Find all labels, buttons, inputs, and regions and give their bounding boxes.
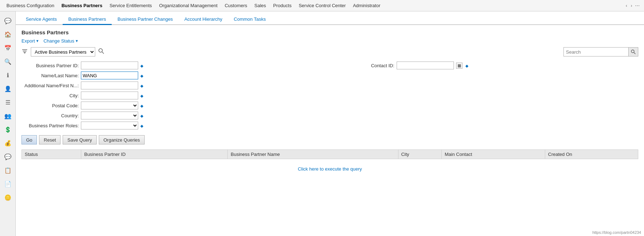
home-icon[interactable]: 🏠 (1, 28, 14, 41)
contact-id-value-help-icon[interactable] (465, 63, 468, 68)
table-icon[interactable]: 📋 (1, 164, 14, 177)
nav-customers[interactable]: Customers (221, 0, 251, 11)
search-button[interactable] (628, 48, 638, 56)
svg-marker-3 (24, 53, 25, 54)
svg-line-7 (634, 53, 636, 54)
name-last-name-row: Name/Last Name: (21, 72, 323, 79)
export-dropdown-icon: ▼ (36, 39, 39, 43)
tab-business-partner-changes[interactable]: Business Partner Changes (112, 14, 179, 25)
business-partner-id-row: Business Partner ID: (21, 62, 323, 69)
col-bp-id: Business Partner ID (81, 150, 228, 159)
message-icon[interactable]: 💬 (1, 150, 14, 163)
tab-service-agents[interactable]: Service Agents (20, 14, 63, 25)
nav-prev-arrow[interactable]: ‹ (624, 3, 629, 9)
business-partner-id-input[interactable] (81, 62, 138, 69)
svg-point-6 (631, 50, 634, 53)
action-buttons: Go Reset Save Query Organize Queries (21, 135, 638, 144)
tab-common-tasks[interactable]: Common Tasks (228, 14, 271, 25)
postal-code-row: Postal Code: (21, 102, 323, 109)
additional-name-row: Additional Name/First N...: (21, 82, 323, 89)
additional-name-value-help-icon[interactable] (140, 83, 143, 88)
change-status-button[interactable]: Change Status ▼ (43, 38, 78, 44)
city-label: City: (21, 93, 79, 98)
list-icon[interactable]: ☰ (1, 96, 14, 109)
nav-next-arrow[interactable]: › (629, 3, 634, 9)
url-bar: https://blog.com/partn04234 (592, 230, 641, 235)
sort-filter-icon[interactable] (21, 49, 28, 55)
name-last-name-label: Name/Last Name: (21, 73, 79, 78)
bp-id-value-help-icon[interactable] (140, 63, 143, 68)
info-icon[interactable]: ℹ (1, 69, 14, 82)
main-layout: 💬 🏠 📅 🔍 ℹ 👤 ☰ 👥 💲 💰 💬 📋 📄 🪙 Service Agen… (0, 11, 644, 236)
calendar-icon[interactable]: 📅 (1, 41, 14, 54)
country-value-help-icon[interactable] (140, 113, 143, 118)
nav-service-control-center[interactable]: Service Control Center (295, 0, 349, 11)
postal-code-label: Postal Code: (21, 103, 79, 108)
contact-id-row: Contact ID: ▦ (337, 62, 639, 69)
chat-icon[interactable]: 💬 (1, 14, 14, 27)
col-main-contact: Main Contact (442, 150, 545, 159)
coin-icon[interactable]: 🪙 (1, 191, 14, 204)
form-right-column: Contact ID: ▦ (337, 62, 639, 129)
organize-queries-button[interactable]: Organize Queries (99, 135, 145, 144)
col-created-on: Created On (545, 150, 638, 159)
col-bp-name: Business Partner Name (228, 150, 398, 159)
nav-sales[interactable]: Sales (251, 0, 270, 11)
postal-code-select[interactable] (81, 102, 138, 109)
doc-icon[interactable]: 📄 (1, 177, 14, 190)
advanced-search-icon[interactable] (98, 48, 105, 56)
export-button[interactable]: Export ▼ (21, 38, 39, 44)
export-label: Export (21, 38, 35, 44)
country-label: Country: (21, 113, 79, 118)
bp-roles-label: Business Partner Roles: (21, 123, 79, 128)
change-status-label: Change Status (43, 38, 74, 44)
money-icon[interactable]: 💰 (1, 137, 14, 149)
nav-arrows: ‹ › (624, 3, 634, 9)
nav-service-entitlements[interactable]: Service Entitlements (106, 0, 156, 11)
group-icon[interactable]: 👥 (1, 109, 14, 122)
search-icon[interactable]: 🔍 (1, 55, 14, 68)
bp-roles-select[interactable] (81, 122, 138, 129)
city-input[interactable] (81, 92, 138, 99)
city-value-help-icon[interactable] (140, 93, 143, 98)
contact-id-copy-icon[interactable]: ▦ (456, 63, 463, 69)
tab-account-hierarchy[interactable]: Account Hierarchy (179, 14, 228, 25)
contact-id-input[interactable] (397, 62, 454, 69)
change-status-dropdown-icon: ▼ (75, 39, 79, 43)
execute-query-row: Click here to execute the query (22, 159, 638, 179)
results-table: Status Business Partner ID Business Part… (21, 149, 638, 179)
query-filter-select[interactable]: Active Business Partners All Business Pa… (31, 47, 95, 56)
additional-name-input[interactable] (81, 82, 138, 89)
nav-more-dots[interactable]: ⋯ (634, 3, 641, 8)
svg-line-5 (102, 52, 104, 54)
nav-organizational-management[interactable]: Organizational Management (155, 0, 221, 11)
person-icon[interactable]: 👤 (1, 82, 14, 95)
tabs-bar: Service Agents Business Partners Busines… (16, 11, 644, 25)
left-sidebar: 💬 🏠 📅 🔍 ℹ 👤 ☰ 👥 💲 💰 💬 📋 📄 🪙 (0, 11, 16, 236)
nav-administrator[interactable]: Administrator (349, 0, 384, 11)
tab-business-partners[interactable]: Business Partners (63, 14, 112, 25)
toolbar: Export ▼ Change Status ▼ (21, 38, 638, 44)
save-query-button[interactable]: Save Query (63, 135, 97, 144)
col-city: City (398, 150, 442, 159)
bp-roles-value-help-icon[interactable] (140, 123, 143, 128)
nav-business-configuration[interactable]: Business Configuration (3, 0, 58, 11)
go-button[interactable]: Go (21, 135, 37, 144)
dollar-icon[interactable]: 💲 (1, 123, 14, 136)
form-left-column: Business Partner ID: Name/Last Name: Add… (21, 62, 323, 129)
nav-business-partners[interactable]: Business Partners (58, 0, 106, 11)
search-form: Business Partner ID: Name/Last Name: Add… (21, 62, 638, 129)
search-input[interactable] (564, 48, 628, 56)
postal-code-value-help-icon[interactable] (140, 103, 143, 108)
business-partner-id-label: Business Partner ID: (21, 63, 79, 68)
reset-button[interactable]: Reset (39, 135, 60, 144)
content-area: Service Agents Business Partners Busines… (16, 11, 644, 236)
execute-query-link[interactable]: Click here to execute the query (22, 159, 638, 179)
country-select[interactable] (81, 112, 138, 119)
name-value-help-icon[interactable] (140, 73, 143, 78)
country-row: Country: (21, 112, 323, 119)
section-title: Business Partners (21, 29, 638, 35)
svg-point-4 (99, 49, 102, 52)
name-last-name-input[interactable] (81, 72, 138, 79)
nav-products[interactable]: Products (270, 0, 295, 11)
